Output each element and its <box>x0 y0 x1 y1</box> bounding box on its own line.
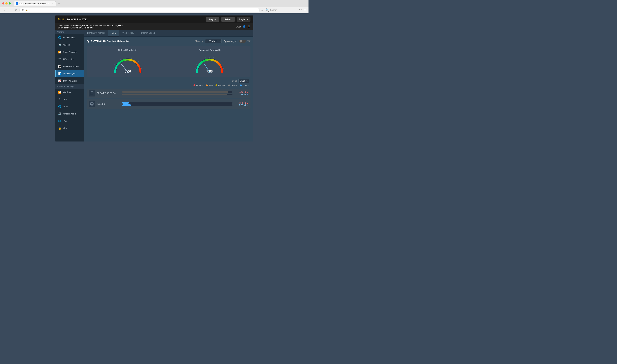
ssid-value: ZenPro ZenPro_5G ZenPro_6G <box>64 27 93 29</box>
sidebar-item-wan[interactable]: 🌐 WAN <box>55 103 84 110</box>
legend-medium: Medium <box>216 84 225 86</box>
download-bar-track-1 <box>122 94 233 95</box>
back-button[interactable]: ‹ <box>2 8 6 12</box>
forward-button[interactable]: › <box>8 8 12 12</box>
sidebar-label-adaptive-qos: Adaptive QoS <box>63 73 76 75</box>
sidebar-item-wireless[interactable]: 📶 Wireless <box>55 89 84 96</box>
smartphone-icon <box>90 91 94 95</box>
toggle-thumb <box>240 40 242 42</box>
show-by-label: Show by <box>195 40 203 42</box>
language-selector[interactable]: English ▾ <box>237 17 250 22</box>
sidebar-label-aiprotection: AiProtection <box>63 58 74 60</box>
arrow-up-icon-2: ▲ <box>247 102 249 104</box>
scale-select[interactable]: Auto <box>238 79 249 83</box>
new-tab-button[interactable]: + <box>57 1 61 6</box>
guest-network-icon: 📶 <box>58 50 61 54</box>
sidebar-item-parental-controls[interactable]: 👨‍👩‍👧 Parental Controls <box>55 63 84 70</box>
download-title: Download Bandwidth <box>199 49 220 52</box>
browser-titlebar: A ASUS Wireless Router ZenWiFi P... ✕ + <box>0 0 308 7</box>
sidebar-item-lan[interactable]: 🖥 LAN <box>55 96 84 103</box>
lan-icon: 🖥 <box>58 98 61 101</box>
sidebar-label-wan: WAN <box>63 105 68 108</box>
person-icon[interactable]: 👤 <box>243 25 246 28</box>
stat-up-2: 63.45 Kb ▲ <box>234 102 249 104</box>
star-icon[interactable]: ☆ <box>261 9 263 12</box>
wan-icon: 🌐 <box>58 105 61 108</box>
show-by-select[interactable]: 100 Mbps <box>205 39 222 43</box>
sidebar-item-adaptive-qos[interactable]: 📊 Adaptive QoS <box>55 70 84 77</box>
sidebar-label-network-map: Network Map <box>63 37 75 39</box>
device-row-1: 62:E4:FB:3E:6F:FA 0.00 Kb ▲ <box>87 89 250 98</box>
svg-point-31 <box>92 94 92 94</box>
stat-down-1: 0.0 Kb ▼ <box>234 93 249 95</box>
upload-title: Upload Bandwidth <box>118 49 137 52</box>
tab-bandwidth-monitor[interactable]: Bandwidth Monitor <box>84 30 108 36</box>
sidebar-label-wireless: Wireless <box>63 91 71 93</box>
legend-highest: Highest <box>193 84 203 86</box>
toolbar-icons: ☆ 🔍 🛡 ☰ <box>261 8 306 12</box>
maximize-button[interactable] <box>9 2 11 4</box>
qos-content: QoS - WAN/LAN Bandwidth Monitor Show by … <box>84 37 253 113</box>
firmware-label: Firmware Version: <box>90 25 106 27</box>
toggle-track[interactable] <box>239 39 246 43</box>
operation-label: Operation Mode: <box>58 25 73 27</box>
sidebar-label-aimesh: AiMesh <box>63 44 70 46</box>
search-bar[interactable]: 🔍 <box>265 8 297 12</box>
traffic-analyzer-icon: 📈 <box>58 79 61 83</box>
close-button[interactable] <box>2 2 4 4</box>
download-value: 7.88 <box>206 70 213 73</box>
download-gauge-section: Download Bandwidth <box>169 49 250 75</box>
sidebar-item-amazon-alexa[interactable]: 🔊 Amazon Alexa <box>55 110 84 117</box>
device-icon-1 <box>89 90 95 96</box>
legend-dot-medium <box>216 84 217 86</box>
sidebar: General 🌐 Network Map 📡 AiMesh 📶 Guest N… <box>55 30 84 142</box>
legend-label-default: Default <box>231 84 237 86</box>
device-row-2: iMac-5K 63.45 Kb ▲ <box>87 99 250 109</box>
device-stats-2: 63.45 Kb ▲ 7.88 Mb ▼ <box>234 102 249 106</box>
sidebar-item-traffic-analyzer[interactable]: 📈 Traffic Analyzer <box>55 77 84 84</box>
minimize-button[interactable] <box>5 2 8 4</box>
sidebar-item-aiprotection[interactable]: 🛡 AiProtection <box>55 56 84 63</box>
content-area: Bandwidth Monitor QoS Web History Intern… <box>84 30 253 142</box>
language-label: English <box>239 18 246 21</box>
menu-icon[interactable]: ☰ <box>304 9 306 12</box>
legend-lowest: Lowest <box>240 84 249 86</box>
scale-label: Scale <box>232 79 237 82</box>
sidebar-label-ipv6: IPv6 <box>63 120 67 122</box>
gauges-row: Upload Bandwidth <box>87 46 250 77</box>
sidebar-item-aimesh[interactable]: 📡 AiMesh <box>55 41 84 48</box>
device-icon-2 <box>89 101 95 107</box>
browser-tab[interactable]: A ASUS Wireless Router ZenWiFi P... ✕ <box>14 1 56 6</box>
sidebar-item-guest-network[interactable]: 📶 Guest Network <box>55 48 84 56</box>
info-bar: Operation Mode: wireless_router Firmware… <box>55 23 253 30</box>
advanced-section-label: Advanced Settings <box>55 84 84 89</box>
search-input[interactable] <box>270 9 297 11</box>
legend-high: High <box>206 84 213 86</box>
apps-analysis-toggle[interactable]: OFF <box>239 39 250 43</box>
logout-button[interactable]: Logout <box>206 17 219 22</box>
reboot-button[interactable]: Reboot <box>221 17 235 22</box>
ipv6-icon: 🌐 <box>58 119 61 123</box>
sidebar-item-vpn[interactable]: 🔒 VPN <box>55 125 84 132</box>
chevron-down-icon: ▾ <box>247 18 248 21</box>
sidebar-item-ipv6[interactable]: 🌐 IPv6 <box>55 117 84 125</box>
tab-qos[interactable]: QoS <box>108 30 119 36</box>
tab-internet-speed[interactable]: Internet Speed <box>137 30 158 36</box>
router-body: General 🌐 Network Map 📡 AiMesh 📶 Guest N… <box>55 30 253 142</box>
upload-value: 0.06 <box>124 70 131 73</box>
amazon-alexa-icon: 🔊 <box>58 112 61 116</box>
firmware-value: 3.0.0.4.386_48823 <box>107 25 123 27</box>
sidebar-item-network-map[interactable]: 🌐 Network Map <box>55 34 84 41</box>
search-icon: 🔍 <box>265 8 269 12</box>
refresh-button[interactable]: ↺ <box>14 8 18 12</box>
tab-web-history[interactable]: Web History <box>119 30 137 36</box>
upload-bar-track-1 <box>122 91 233 93</box>
device-icon[interactable]: 📱 <box>247 25 250 28</box>
router-container: /SUS ZenWiFi Pro ET12 Logout Reboot Engl… <box>55 15 253 142</box>
download-gauge: 7.88 <box>193 53 226 75</box>
general-section-label: General <box>55 30 84 34</box>
bars-section-2 <box>122 102 233 106</box>
upload-bar-track-2 <box>122 102 233 104</box>
address-bar[interactable]: 🛡 🔒 <box>19 8 260 13</box>
tab-close-button[interactable]: ✕ <box>52 2 54 5</box>
